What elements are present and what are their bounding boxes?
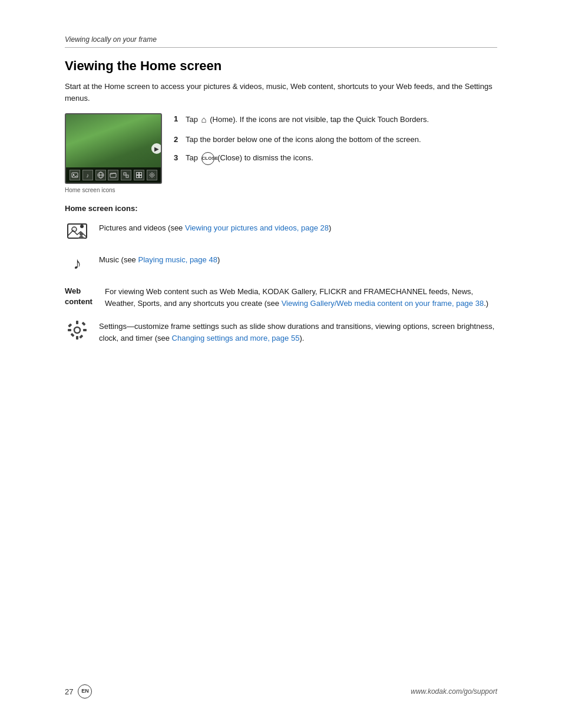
svg-rect-25: [79, 335, 83, 339]
icon-row-settings: Settings—customize frame settings such a…: [65, 319, 497, 344]
frame-image: ♪: [65, 113, 162, 184]
music-icon-cell: ♪: [65, 253, 90, 274]
close-badge-icon: CLOSE: [201, 152, 214, 165]
toolbar-icon-folder: [108, 170, 118, 180]
page-title: Viewing the Home screen: [65, 58, 497, 74]
icon-row-music: ♪ Music (see Playing music, page 48): [65, 253, 497, 274]
section-divider: [65, 47, 497, 48]
toolbar-icon-gear: [147, 170, 157, 180]
photos-desc: Pictures and videos (see Viewing your pi…: [99, 221, 497, 234]
step-1-text: Tap ⌂ (Home). If the icons are not visib…: [186, 113, 497, 127]
svg-rect-22: [68, 324, 72, 328]
svg-rect-23: [82, 322, 86, 326]
photos-icon-cell: [65, 221, 90, 242]
photos-icon: [67, 221, 88, 242]
section-label: Viewing locally on your frame: [65, 35, 497, 44]
svg-rect-13: [68, 224, 87, 238]
web-content-desc: For viewing Web content such as Web Medi…: [105, 285, 497, 309]
svg-point-17: [74, 327, 80, 333]
music-icon: ♪: [67, 253, 88, 274]
web-content-label: Web content: [65, 285, 105, 307]
svg-rect-8: [137, 173, 139, 175]
gear-icon: [67, 319, 88, 341]
website-url: www.kodak.com/go/support: [411, 687, 497, 696]
page-number-area: 27 EN: [65, 684, 92, 699]
svg-rect-10: [137, 176, 139, 178]
svg-rect-21: [83, 329, 87, 331]
settings-link[interactable]: Changing settings and more, page 55: [172, 334, 300, 342]
step-2-text: Tap the border below one of the icons al…: [186, 134, 497, 146]
web-content-row: Web content For viewing Web content such…: [65, 285, 497, 309]
intro-section: ♪: [65, 113, 497, 193]
step-3: 3 Tap CLOSE (Close) to dismiss the icons…: [174, 152, 497, 165]
frame-caption: Home screen icons: [65, 187, 115, 193]
svg-rect-11: [140, 176, 142, 178]
step-2: 2 Tap the border below one of the icons …: [174, 134, 497, 146]
svg-rect-7: [126, 175, 128, 177]
svg-point-16: [80, 232, 83, 236]
settings-desc: Settings—customize frame settings such a…: [99, 319, 497, 344]
page: Viewing locally on your frame Viewing th…: [0, 0, 562, 728]
settings-icon-cell: [65, 319, 90, 341]
nav-arrow: ▶: [151, 143, 162, 154]
frame-image-block: ♪: [65, 113, 162, 193]
svg-rect-19: [76, 336, 78, 340]
icons-section-heading: Home screen icons:: [65, 204, 497, 213]
svg-rect-20: [68, 329, 71, 331]
bottom-bar: 27 EN www.kodak.com/go/support: [65, 684, 497, 699]
music-desc: Music (see Playing music, page 48): [99, 253, 497, 266]
steps-block: 1 Tap ⌂ (Home). If the icons are not vis…: [174, 113, 497, 193]
svg-point-12: [151, 174, 153, 176]
toolbar-icon-box3: [134, 170, 144, 180]
en-badge: EN: [78, 684, 92, 699]
frame-toolbar: ♪: [66, 167, 161, 183]
intro-text: Start at the Home screen to access your …: [65, 81, 497, 104]
svg-rect-9: [140, 173, 142, 175]
svg-rect-18: [76, 321, 78, 324]
svg-rect-6: [124, 173, 126, 175]
toolbar-icon-web: [95, 170, 106, 180]
icons-section: Home screen icons: Pictures a: [65, 204, 497, 344]
music-link[interactable]: Playing music, page 48: [138, 255, 217, 264]
step-1: 1 Tap ⌂ (Home). If the icons are not vis…: [174, 113, 497, 127]
music-note-icon: ♪: [73, 254, 81, 273]
web-content-link[interactable]: Viewing Gallery/Web media content on you…: [282, 299, 484, 308]
step-2-num: 2: [174, 134, 186, 146]
toolbar-icon-box2: [121, 170, 131, 180]
toolbar-icon-music: ♪: [82, 170, 93, 180]
toolbar-icon-photos: [70, 170, 80, 180]
page-number: 27: [65, 687, 73, 696]
step-3-text: Tap CLOSE (Close) to dismiss the icons.: [186, 152, 497, 165]
icon-row-photos: Pictures and videos (see Viewing your pi…: [65, 221, 497, 242]
svg-point-15: [80, 225, 84, 228]
photos-link[interactable]: Viewing your pictures and videos, page 2…: [185, 223, 329, 232]
step-3-num: 3: [174, 152, 186, 165]
svg-rect-24: [71, 333, 75, 337]
step-1-num: 1: [174, 113, 186, 127]
home-icon: ⌂: [201, 113, 207, 127]
